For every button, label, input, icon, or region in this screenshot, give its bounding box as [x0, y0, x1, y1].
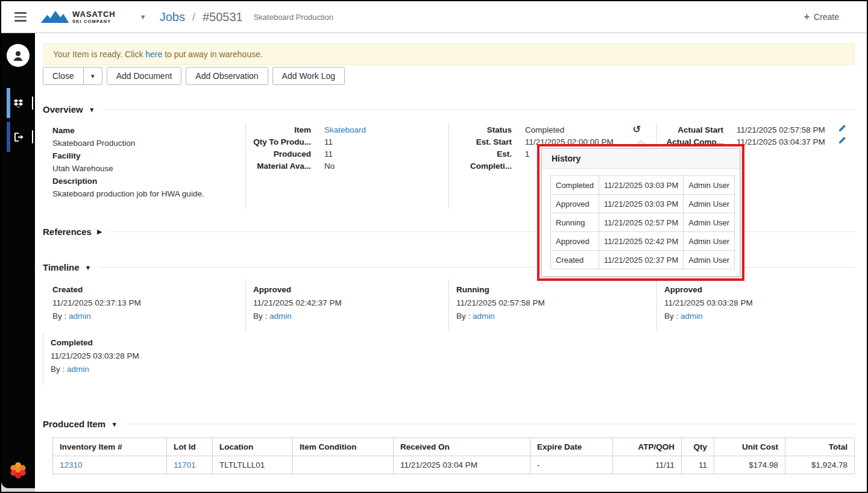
person-icon	[11, 48, 25, 63]
history-time: 11/21/2025 02:37 PM	[599, 251, 683, 269]
est-completion-value: 1	[525, 148, 530, 160]
create-button-label: Create	[814, 12, 839, 22]
qty-cell: 11	[682, 456, 714, 474]
history-user: Admin User	[684, 176, 735, 195]
location-cell: TLTLTLLL01	[213, 456, 293, 474]
produced-value: 11	[324, 148, 333, 160]
history-row: Approved 11/21/2025 02:42 PM Admin User	[551, 232, 735, 251]
history-user: Admin User	[684, 232, 735, 251]
banner-here-link[interactable]: here	[145, 49, 162, 59]
breadcrumb-job-id: #50531	[203, 10, 243, 24]
top-header-bar: WASATCH SKI COMPANY ▼ Jobs / #50531 Skat…	[1, 1, 867, 33]
history-user: Admin User	[684, 213, 735, 232]
facility-label: Facility	[52, 151, 81, 160]
col-received-on: Received On	[394, 438, 530, 456]
timeline-time: 11/21/2025 02:42:37 PM	[253, 297, 448, 310]
produced-item-title: Produced Item	[43, 419, 105, 429]
history-status: Created	[551, 251, 599, 269]
sidebar-item-logout[interactable]	[1, 120, 35, 154]
timeline-entry-completed: Completed 11/21/2025 03:03:28 PM By : ad…	[43, 333, 245, 385]
close-button[interactable]: Close	[43, 67, 84, 85]
item-label: Item	[253, 124, 311, 136]
close-dropdown-caret-icon[interactable]: ▼	[84, 67, 102, 85]
table-header-row: Inventory Item # Lot Id Location Item Co…	[53, 438, 855, 456]
atp-qoh-cell: 11/11	[613, 456, 682, 474]
produced-label: Produced	[253, 148, 311, 160]
admin-user-link[interactable]: admin	[681, 312, 703, 321]
breadcrumb-jobs-link[interactable]: Jobs	[160, 10, 185, 24]
history-icon[interactable]: ↺	[633, 124, 641, 135]
chevron-right-icon[interactable]: ▶	[97, 228, 102, 236]
user-avatar[interactable]	[7, 44, 30, 67]
chevron-down-icon[interactable]: ▼	[85, 264, 92, 271]
name-value: Skateboard Production	[52, 137, 245, 149]
qty-to-produce-label: Qty To Produ...	[253, 136, 311, 148]
produced-item-section-header[interactable]: Produced Item ▼	[43, 419, 855, 429]
timeline-title: Timeline	[43, 262, 80, 272]
admin-user-link[interactable]: admin	[67, 365, 89, 374]
scroll-indicator	[32, 96, 34, 110]
col-lot-id: Lot Id	[167, 438, 213, 456]
history-row: Approved 11/21/2025 03:03 PM Admin User	[551, 195, 735, 213]
history-status: Approved	[551, 232, 599, 251]
admin-user-link[interactable]: admin	[269, 312, 292, 321]
exit-icon	[13, 131, 24, 143]
actual-completion-label: Actual Comp...	[664, 136, 723, 148]
history-status: Approved	[551, 195, 599, 213]
history-popup: History Completed 11/21/2025 03:03 PM Ad…	[541, 148, 740, 277]
main-content: Your Item is ready. Click here to put aw…	[35, 33, 867, 493]
hotwax-logo-icon[interactable]	[1, 459, 35, 481]
description-label: Description	[52, 177, 97, 186]
est-start-value: 11/21/2025 02:00:00 PM	[525, 136, 614, 148]
history-user: Admin User	[684, 195, 735, 213]
brand-subname: SKI COMPANY	[72, 19, 116, 24]
app-switcher-caret-icon[interactable]: ▼	[140, 13, 146, 20]
item-ready-banner: Your Item is ready. Click here to put aw…	[43, 43, 855, 65]
edit-pencil-icon[interactable]	[838, 136, 846, 145]
chevron-down-icon[interactable]: ▼	[89, 106, 95, 113]
add-work-log-button[interactable]: Add Work Log	[272, 67, 345, 85]
lot-id-link[interactable]: 11701	[174, 460, 196, 469]
inventory-item-link[interactable]: 12310	[60, 460, 83, 469]
create-button[interactable]: + Create	[804, 11, 839, 22]
total-cell: $1,924.78	[785, 456, 855, 474]
admin-user-link[interactable]: admin	[473, 312, 495, 321]
company-logo[interactable]: WASATCH SKI COMPANY	[40, 8, 116, 26]
history-time: 11/21/2025 03:03 PM	[599, 195, 683, 213]
add-document-button[interactable]: Add Document	[107, 67, 182, 85]
history-time: 11/21/2025 02:57 PM	[599, 213, 683, 232]
add-observation-button[interactable]: Add Observation	[186, 67, 268, 85]
admin-user-link[interactable]: admin	[69, 312, 91, 321]
hamburger-menu-icon[interactable]	[14, 12, 27, 22]
edit-pencil-icon[interactable]	[838, 124, 846, 133]
brand-name: WASATCH	[72, 10, 116, 18]
mountain-logo-icon	[40, 8, 70, 26]
history-row: Completed 11/21/2025 03:03 PM Admin User	[551, 176, 735, 195]
sidebar-item-inventory[interactable]	[1, 86, 35, 120]
qty-to-produce-value: 11	[324, 136, 333, 148]
actual-completion-value: 11/21/2025 03:04:37 PM	[737, 136, 825, 148]
timeline-time: 11/21/2025 02:37:13 PM	[52, 297, 245, 310]
chevron-down-icon[interactable]: ▼	[111, 421, 118, 428]
scroll-indicator	[32, 130, 34, 143]
history-status: Running	[551, 213, 599, 232]
timeline-entry-approved: Approved 11/21/2025 02:42:37 PM By : adm…	[245, 280, 448, 331]
col-unit-cost: Unit Cost	[714, 438, 785, 456]
plus-icon: +	[804, 11, 810, 22]
breadcrumb-separator: /	[192, 11, 195, 24]
produced-item-table: Inventory Item # Lot Id Location Item Co…	[52, 438, 855, 474]
item-link[interactable]: Skateboard	[324, 124, 366, 136]
history-row: Running 11/21/2025 02:57 PM Admin User	[551, 213, 735, 232]
description-value: Skateboard production job for HWA guide.	[52, 187, 245, 200]
banner-text-after: to put away in warehouse.	[162, 49, 263, 59]
col-total: Total	[785, 438, 855, 456]
col-expire-date: Expire Date	[530, 438, 613, 456]
received-on-cell: 11/21/2025 03:04 PM	[394, 456, 530, 474]
left-sidebar	[1, 33, 35, 488]
stacked-boxes-icon	[13, 98, 24, 109]
overview-section-header[interactable]: Overview ▼	[43, 104, 855, 115]
col-qty: Qty	[682, 438, 714, 456]
unit-cost-cell: $174.98	[714, 456, 785, 474]
active-indicator	[7, 122, 10, 152]
timeline-entry-approved-2: Approved 11/21/2025 03:03:28 PM By : adm…	[656, 280, 855, 331]
